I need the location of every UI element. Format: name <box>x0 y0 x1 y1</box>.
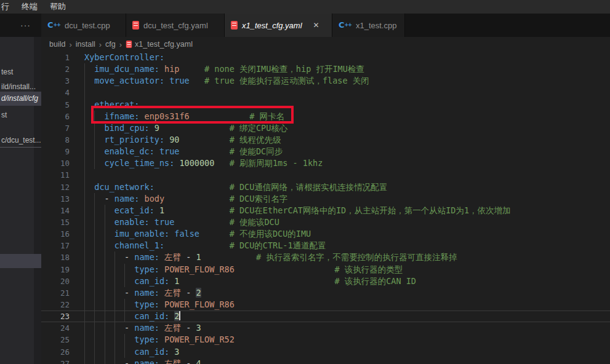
code-line[interactable]: 15enable: true # 使能该DCU <box>41 216 610 228</box>
code-line[interactable]: 20can_id: 1 # 该执行器的CAN ID <box>41 275 610 287</box>
code-line[interactable]: 14ecat_id: 1 # DCU在EtherCAT网络中的ID，从主站开始，… <box>41 205 610 216</box>
tab-label: dcu_test_cfg.yaml <box>143 21 208 30</box>
code-line[interactable]: 10cycle_time_ns: 1000000 # 刷新周期1ms - 1kh… <box>41 157 610 169</box>
line-content: ifname: enp0s31f6 # 网卡名 <box>70 111 284 122</box>
tab-x1_test.cpp[interactable]: C++x1_test.cpp <box>332 14 405 37</box>
code-line[interactable]: 3move_actuator: true # true 使能执行器运动测试，fl… <box>41 75 610 87</box>
indent-guide <box>94 146 104 157</box>
breadcrumb-item-build[interactable]: build <box>49 40 65 49</box>
code-line[interactable]: 13- name: body # DCU索引名字 <box>41 193 610 205</box>
code-line[interactable]: 16imu_enable: false # 不使用该DCU的IMU <box>41 228 610 240</box>
code-line[interactable]: 19type: POWER_FLOW_R86 # 该执行器的类型 <box>41 264 610 275</box>
code-line[interactable]: 2imu_dcu_name: hip # none 关闭IMU检查，hip 打开… <box>41 63 610 75</box>
line-content: can_id: 3 <box>70 346 179 358</box>
line-number: 26 <box>41 346 70 358</box>
line-content: - name: 左臂 - 3 <box>70 322 201 334</box>
menu-item-1[interactable]: 终端 <box>16 0 43 14</box>
line-number: 27 <box>41 358 70 364</box>
line-number: 1 <box>41 52 70 63</box>
line-content <box>70 87 94 98</box>
indent-guide <box>114 251 124 263</box>
code-line[interactable]: 9enable_dc: true # 使能DC同步 <box>41 146 610 157</box>
list-item[interactable] <box>0 254 41 268</box>
indent-guide <box>94 334 104 346</box>
indent-guide <box>84 334 94 346</box>
code-line[interactable]: 26can_id: 3 <box>41 346 610 358</box>
ellipsis-icon[interactable]: ··· <box>20 20 31 30</box>
code-line[interactable]: 22type: POWER_FLOW_R86 <box>41 299 610 311</box>
line-content: - name: body # DCU索引名字 <box>70 193 287 205</box>
list-item[interactable]: d/install/cfg <box>0 92 41 106</box>
breadcrumb-label: install <box>76 40 95 49</box>
code-line[interactable]: 24- name: 左臂 - 3 <box>41 322 610 334</box>
menu-item-0[interactable]: 行 <box>1 0 15 14</box>
tab-dcu_test.cpp[interactable]: C++dcu_test.cpp <box>41 14 126 37</box>
code-line[interactable]: 12dcu_network: # DCU通信网络，请根据实机连接情况配置 <box>41 181 610 193</box>
breadcrumb-label: build <box>49 40 65 49</box>
indent-guide <box>94 216 104 228</box>
indent-guide <box>84 205 94 216</box>
menu-item-2[interactable]: 帮助 <box>44 0 71 14</box>
indent-guide <box>84 346 94 358</box>
code-line[interactable]: 18- name: 左臂 - 1 # 执行器索引名字，不需要控制的执行器可直接注… <box>41 251 610 263</box>
tab-x1_test_cfg.yaml[interactable]: x1_test_cfg.yaml✕ <box>225 14 332 37</box>
code-line[interactable]: 27- name: 左臂 - 4 <box>41 358 610 364</box>
indent-guide <box>84 358 94 364</box>
breadcrumb-separator: › <box>68 40 73 49</box>
indent-guide <box>84 264 94 275</box>
indent-guide <box>105 334 114 346</box>
indent-guide <box>114 287 124 299</box>
code-line[interactable]: 21- name: 左臂 - 2 <box>41 287 610 299</box>
menu-bar: 行终端帮助 <box>0 0 610 14</box>
line-content: move_actuator: true # true 使能执行器运动测试，fla… <box>70 75 369 87</box>
line-content: imu_enable: false # 不使用该DCU的IMU <box>70 228 311 240</box>
line-number: 7 <box>41 122 70 134</box>
indent-guide <box>105 264 114 275</box>
background-file-list: testild/install...d/install/cfgstc/dcu_t… <box>0 37 41 364</box>
code-line[interactable]: 7bind_cpu: 9 # 绑定CPU核心 <box>41 122 610 134</box>
line-number: 6 <box>41 111 70 122</box>
list-item[interactable]: st <box>0 108 41 122</box>
indent-guide <box>94 264 104 275</box>
line-content: channel_1: # DCU的CTRL-1通道配置 <box>70 240 326 251</box>
line-number: 18 <box>41 251 70 263</box>
indent-guide <box>105 322 114 334</box>
tab-dcu_test_cfg.yaml[interactable]: dcu_test_cfg.yaml <box>126 14 225 37</box>
code-line[interactable]: 17channel_1: # DCU的CTRL-1通道配置 <box>41 240 610 251</box>
line-content: bind_cpu: 9 # 绑定CPU核心 <box>70 122 287 134</box>
line-number: 19 <box>41 264 70 275</box>
indent-guide <box>124 311 134 322</box>
code-line[interactable]: 1XyberController: <box>41 52 610 63</box>
indent-guide <box>105 216 114 228</box>
code-line[interactable]: 23can_id: 2 <box>41 311 610 322</box>
list-item[interactable]: test <box>0 65 41 79</box>
line-content: XyberController: <box>70 52 164 63</box>
line-content: type: POWER_FLOW_R86 <box>70 299 235 311</box>
line-content: rt_priority: 90 # 线程优先级 <box>70 134 281 146</box>
indent-guide <box>114 275 124 287</box>
indent-guide <box>84 75 94 87</box>
code-line[interactable]: 5ethercat: <box>41 99 610 111</box>
indent-guide <box>124 334 134 346</box>
indent-guide <box>105 346 114 358</box>
breadcrumb-item-install[interactable]: install <box>76 40 95 49</box>
code-line[interactable]: 6ifname: enp0s31f6 # 网卡名 <box>41 111 610 122</box>
indent-guide <box>105 275 114 287</box>
line-number: 9 <box>41 146 70 157</box>
line-number: 15 <box>41 216 70 228</box>
indent-guide <box>84 111 94 122</box>
line-number: 4 <box>41 87 70 98</box>
code-line[interactable]: 8rt_priority: 90 # 线程优先级 <box>41 134 610 146</box>
code-line[interactable]: 25type: POWER_FLOW_R52 <box>41 334 610 346</box>
line-content <box>70 169 94 181</box>
breadcrumb-item-x1_test_cfg.yaml[interactable]: x1_test_cfg.yaml <box>126 40 193 49</box>
code-line[interactable]: 4 <box>41 87 610 98</box>
line-content: cycle_time_ns: 1000000 # 刷新周期1ms - 1khz <box>70 157 323 169</box>
breadcrumb-item-cfg[interactable]: cfg <box>105 40 116 49</box>
line-number: 13 <box>41 193 70 205</box>
list-item[interactable]: c/dcu_test... <box>0 133 41 148</box>
indent-guide <box>84 134 94 146</box>
close-icon[interactable]: ✕ <box>311 20 321 30</box>
code-line[interactable]: 11 <box>41 169 610 181</box>
indent-guide <box>94 205 104 216</box>
